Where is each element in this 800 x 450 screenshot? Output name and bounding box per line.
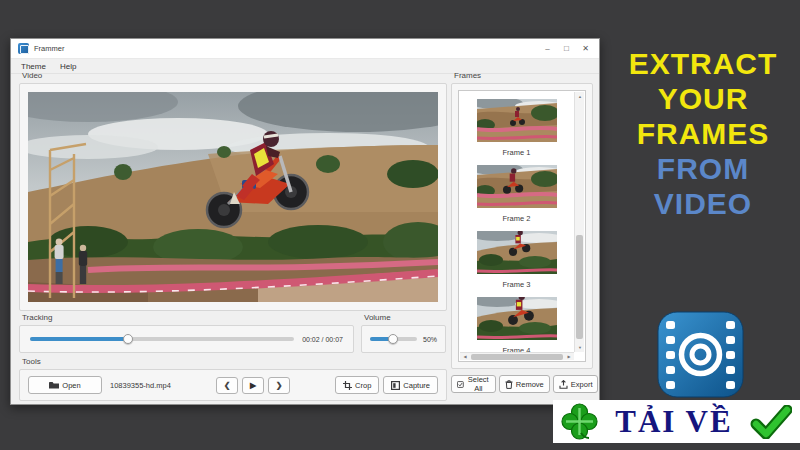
- frames-horizontal-scrollbar[interactable]: ◀ ▶: [460, 352, 574, 360]
- frames-group: Frames Frame 1Frame 2Frame 3Frame 4 ▲ ▼ …: [451, 71, 593, 369]
- download-bar[interactable]: TẢI VỀ: [553, 400, 800, 443]
- previous-frame-button[interactable]: ❮: [216, 377, 238, 394]
- maximize-button[interactable]: □: [557, 41, 576, 57]
- tracking-group: Tracking 00:02 / 00:07: [19, 313, 354, 355]
- play-icon: ▶: [250, 381, 256, 390]
- video-group-label: Video: [22, 71, 447, 81]
- volume-slider-thumb[interactable]: [388, 334, 398, 344]
- folder-icon: [49, 381, 59, 389]
- volume-group-label: Volume: [364, 313, 446, 323]
- video-group: Video: [19, 71, 447, 311]
- frame-label: Frame 2: [459, 214, 574, 223]
- crop-button[interactable]: Crop: [335, 376, 379, 394]
- scroll-right-icon[interactable]: ▶: [564, 352, 574, 361]
- export-button[interactable]: Export: [553, 375, 599, 393]
- frame-label: Frame 1: [459, 148, 574, 157]
- play-button[interactable]: ▶: [242, 377, 264, 394]
- tools-group-label: Tools: [22, 357, 447, 367]
- open-button[interactable]: Open: [28, 376, 102, 394]
- video-preview: [28, 92, 438, 302]
- checkmark-icon: [750, 405, 792, 439]
- promo-line: YOUR: [606, 81, 800, 116]
- tracking-time: 00:02 / 00:07: [302, 336, 343, 343]
- tracking-slider-thumb[interactable]: [123, 334, 133, 344]
- page-background: Frammer – □ ✕ ThemeHelp Video: [0, 0, 800, 450]
- volume-slider[interactable]: [370, 337, 417, 341]
- capture-button[interactable]: Capture: [383, 376, 438, 394]
- frammer-app-icon: [18, 43, 29, 54]
- next-frame-button[interactable]: ❯: [268, 377, 290, 394]
- remove-button[interactable]: Remove: [499, 375, 550, 393]
- horizontal-scroll-thumb[interactable]: [471, 354, 563, 360]
- frames-scroll-area: Frame 1Frame 2Frame 3Frame 4: [459, 91, 574, 352]
- capture-icon: [391, 381, 400, 390]
- scroll-down-icon[interactable]: ▼: [575, 343, 585, 352]
- scroll-up-icon[interactable]: ▲: [575, 92, 585, 101]
- tracking-slider[interactable]: [30, 337, 294, 341]
- promo-line: EXTRACT: [606, 46, 800, 81]
- promo-line: FRAMES: [606, 116, 800, 151]
- frames-list: Frame 1Frame 2Frame 3Frame 4 ▲ ▼ ◀ ▶: [458, 90, 586, 362]
- video-app-badge-icon: [657, 311, 744, 398]
- clover-icon: [561, 403, 598, 440]
- trash-icon: [505, 380, 513, 389]
- close-button[interactable]: ✕: [576, 41, 595, 57]
- window-title: Frammer: [34, 44, 538, 53]
- frame-label: Frame 3: [459, 280, 574, 289]
- frame-item[interactable]: Frame 4: [459, 297, 574, 352]
- checkbox-icon: [457, 380, 464, 389]
- download-label[interactable]: TẢI VỀ: [607, 404, 741, 440]
- tools-group: Tools Open 10839355-hd.mp4 ❮ ▶ ❯ Crop: [19, 357, 447, 403]
- volume-value: 50%: [423, 336, 437, 343]
- export-icon: [559, 380, 568, 389]
- minimize-button[interactable]: –: [538, 41, 557, 57]
- chevron-left-icon: ❮: [224, 381, 231, 390]
- volume-group: Volume 50%: [361, 313, 446, 355]
- frames-group-label: Frames: [454, 71, 593, 81]
- frammer-window: Frammer – □ ✕ ThemeHelp Video: [10, 38, 600, 405]
- frame-item[interactable]: Frame 1: [459, 99, 574, 157]
- chevron-right-icon: ❯: [276, 381, 283, 390]
- frame-item[interactable]: Frame 2: [459, 165, 574, 223]
- frames-vertical-scrollbar[interactable]: ▲ ▼: [574, 92, 584, 352]
- menu-item-theme[interactable]: Theme: [14, 62, 53, 71]
- menu-item-help[interactable]: Help: [53, 62, 83, 71]
- title-bar: Frammer – □ ✕: [11, 39, 599, 59]
- promo-headline: EXTRACTYOURFRAMESFROMVIDEO: [606, 46, 800, 221]
- loaded-filename: 10839355-hd.mp4: [110, 381, 171, 390]
- frame-item[interactable]: Frame 3: [459, 231, 574, 289]
- crop-icon: [343, 381, 352, 390]
- scroll-left-icon[interactable]: ◀: [460, 352, 470, 361]
- vertical-scroll-thumb[interactable]: [576, 235, 583, 339]
- select-all-button[interactable]: Select All: [451, 375, 496, 393]
- frames-actions: Select All Remove Export: [451, 375, 593, 393]
- tracking-group-label: Tracking: [22, 313, 354, 323]
- promo-line: FROM: [606, 151, 800, 186]
- promo-line: VIDEO: [606, 186, 800, 221]
